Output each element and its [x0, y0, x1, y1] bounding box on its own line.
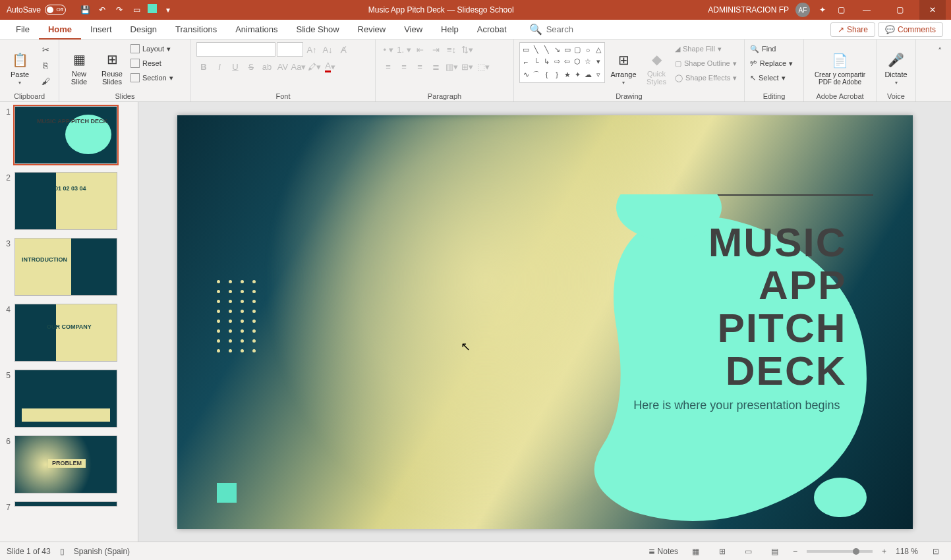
bold-button[interactable]: B	[196, 59, 211, 74]
thumb-slide-7[interactable]	[14, 501, 117, 507]
shape-brace2-icon[interactable]: }	[552, 69, 562, 81]
shape-hexagon-icon[interactable]: ⬡	[573, 56, 583, 67]
close-button[interactable]: ✕	[919, 0, 946, 20]
notes-button[interactable]: ≣ Notes	[648, 547, 678, 556]
numbering-icon[interactable]: 1. ▾	[397, 42, 411, 57]
ribbon-display-icon[interactable]: ▢	[835, 4, 847, 16]
shape-oval-icon[interactable]: ○	[583, 44, 593, 55]
tab-slideshow[interactable]: Slide Show	[287, 20, 348, 40]
columns-icon[interactable]: ▥▾	[444, 59, 459, 74]
font-size-combo[interactable]	[277, 42, 303, 57]
sorter-view-icon[interactable]: ⊞	[714, 544, 731, 559]
text-direction-icon[interactable]: ⇅▾	[460, 42, 475, 57]
paste-button[interactable]: 📋 Paste ▾	[5, 42, 34, 87]
tab-design[interactable]: Design	[121, 20, 166, 40]
tell-me-search[interactable]: 🔍	[529, 23, 625, 36]
align-center-icon[interactable]: ≡	[397, 59, 411, 74]
shape-star5-icon[interactable]: ★	[563, 69, 573, 81]
redo-icon[interactable]: ↷	[113, 4, 125, 16]
slide-subtitle[interactable]: Here is where your presentation begins	[633, 399, 840, 412]
clear-formatting-icon[interactable]: A̸	[336, 42, 351, 57]
tab-insert[interactable]: Insert	[81, 20, 121, 40]
highlight-icon[interactable]: 🖍▾	[307, 59, 322, 74]
decrease-indent-icon[interactable]: ⇤	[413, 42, 427, 57]
search-input[interactable]	[546, 24, 625, 34]
current-slide[interactable]: MUSIC APP PITCH DECK Here is where your …	[177, 115, 913, 529]
shadow-button[interactable]: ab	[260, 59, 274, 74]
shape-brace-icon[interactable]: {	[542, 69, 552, 81]
tab-file[interactable]: File	[7, 20, 39, 40]
autosave-toggle[interactable]: AutoSave Off	[7, 5, 66, 15]
tab-help[interactable]: Help	[432, 20, 468, 40]
slide-canvas-area[interactable]: MUSIC APP PITCH DECK Here is where your …	[138, 102, 951, 542]
tab-view[interactable]: View	[395, 20, 432, 40]
layout-button[interactable]: Layout ▾	[130, 42, 173, 55]
share-button[interactable]: ↗Share	[830, 22, 875, 37]
collapse-ribbon-icon[interactable]: ˄	[933, 43, 947, 58]
strikethrough-button[interactable]: S̶	[244, 59, 258, 74]
align-text-icon[interactable]: ⊞▾	[460, 59, 475, 74]
italic-button[interactable]: I	[212, 59, 227, 74]
select-button[interactable]: ↖Select ▾	[750, 71, 793, 84]
shape-line-icon[interactable]: ╲	[532, 44, 542, 55]
align-left-icon[interactable]: ≡	[381, 59, 395, 74]
save-icon[interactable]: 💾	[79, 4, 91, 16]
char-spacing-icon[interactable]: AV	[275, 59, 290, 74]
smartart-icon[interactable]: ⬚▾	[476, 59, 490, 74]
shape-arc-icon[interactable]: ⌒	[532, 69, 542, 81]
normal-view-icon[interactable]: ▦	[687, 544, 705, 559]
font-name-combo[interactable]	[196, 42, 275, 57]
accessibility-icon[interactable]: ▯	[60, 547, 65, 556]
section-button[interactable]: Section ▾	[130, 71, 173, 84]
quick-styles-button[interactable]: ◆ Quick Styles	[642, 42, 671, 87]
thumb-slide-5[interactable]	[14, 370, 117, 428]
shape-line2-icon[interactable]: ╲	[542, 44, 552, 55]
shape-roundrect-icon[interactable]: ▢	[573, 44, 583, 55]
slide-counter[interactable]: Slide 1 of 43	[7, 547, 51, 556]
tab-acrobat[interactable]: Acrobat	[468, 20, 516, 40]
bullets-icon[interactable]: • ▾	[381, 42, 395, 57]
shape-connector-icon[interactable]: ↳	[542, 56, 552, 67]
arrange-button[interactable]: ⊞ Arrange▾	[609, 42, 638, 87]
thumb-slide-4[interactable]: OUR COMPANY	[14, 304, 117, 362]
thumb-slide-1[interactable]: MUSIC APP PITCH DECK	[14, 106, 117, 164]
reading-view-icon[interactable]: ▭	[740, 544, 757, 559]
thumb-slide-6[interactable]: PROBLEM	[14, 435, 117, 493]
align-right-icon[interactable]: ≡	[413, 59, 427, 74]
underline-button[interactable]: U	[228, 59, 243, 74]
shape-textbox-icon[interactable]: ▭	[521, 44, 531, 55]
shapes-gallery[interactable]: ▭╲╲↘▭▢○△ ⌐└↳⇨⇦⬡☆▾ ∿⌒{}★✦☁▿	[519, 42, 605, 83]
zoom-level[interactable]: 118 %	[896, 547, 918, 556]
shape-fill-button[interactable]: ◢ Shape Fill ▾	[675, 42, 737, 55]
user-avatar[interactable]: AF	[795, 3, 810, 17]
justify-icon[interactable]: ≣	[428, 59, 443, 74]
tab-home[interactable]: Home	[39, 20, 81, 40]
shape-arrow3-icon[interactable]: ⇦	[563, 56, 573, 67]
reset-button[interactable]: Reset	[130, 57, 173, 70]
decrease-font-icon[interactable]: A↓	[320, 42, 335, 57]
shape-arrow2-icon[interactable]: ⇨	[552, 56, 562, 67]
slideshow-view-icon[interactable]: ▤	[766, 544, 784, 559]
slide-title[interactable]: MUSIC APP PITCH DECK	[649, 221, 847, 392]
cut-icon[interactable]: ✂	[38, 42, 53, 57]
shape-scroll-icon[interactable]: ▿	[593, 69, 603, 81]
reuse-slides-button[interactable]: ⊞ Reuse Slides	[98, 42, 127, 87]
shape-triangle-icon[interactable]: △	[593, 44, 603, 55]
coming-soon-icon[interactable]: ✦	[817, 4, 828, 16]
qat-more-icon[interactable]: ▾	[162, 4, 174, 16]
shape-effects-button[interactable]: ◯ Shape Effects ▾	[675, 71, 737, 84]
increase-font-icon[interactable]: A↑	[304, 42, 319, 57]
minimize-button[interactable]: —	[853, 0, 880, 20]
zoom-out-button[interactable]: −	[793, 547, 797, 556]
adobe-pdf-button[interactable]: 📄 Crear y compartir PDF de Adobe	[809, 42, 871, 87]
dictate-button[interactable]: 🎤 Dictate▾	[882, 42, 910, 87]
undo-icon[interactable]: ↶	[96, 4, 108, 16]
shape-star-icon[interactable]: ☆	[583, 56, 593, 67]
zoom-in-button[interactable]: +	[882, 547, 886, 556]
shape-arrow-icon[interactable]: ↘	[552, 44, 562, 55]
tab-animations[interactable]: Animations	[226, 20, 287, 40]
line-spacing-icon[interactable]: ≡↕	[444, 42, 459, 57]
find-button[interactable]: 🔍Find	[750, 42, 793, 55]
maximize-button[interactable]: ▢	[886, 0, 913, 20]
tab-transitions[interactable]: Transitions	[166, 20, 226, 40]
